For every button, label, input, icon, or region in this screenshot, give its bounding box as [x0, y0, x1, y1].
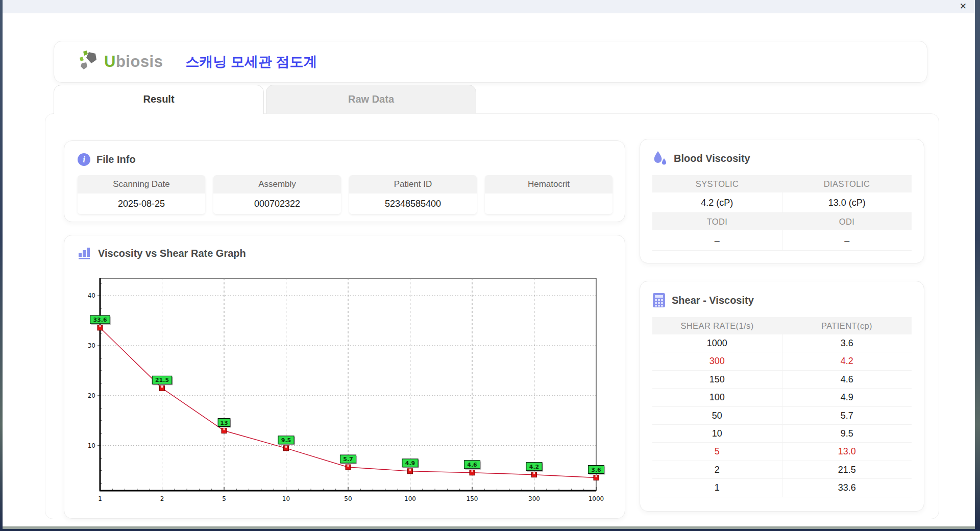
svg-text:20: 20 [88, 392, 95, 399]
table-row: 300 4.2 [652, 352, 912, 370]
viscosity-graph-card: Viscosity vs Shear Rate Graph 1020304012… [64, 235, 625, 519]
bv-header-row: SYSTOLIC DIASTOLIC [652, 175, 912, 192]
logo: Ubiosis [79, 51, 163, 73]
app-window: ✕ Ubiosis 스캐닝 모세관 점도계 Result Raw Data i … [3, 0, 975, 526]
svg-text:13: 13 [220, 420, 228, 426]
shear-viscosity-title-row: Shear - Viscosity [652, 293, 912, 308]
field-value: 000702322 [213, 194, 341, 214]
sv-patient: 4.6 [782, 371, 912, 389]
svg-text:30: 30 [88, 342, 95, 349]
sv-header-row: SHEAR RATE(1/s) PATIENT(cp) [652, 317, 912, 334]
table-row: 2 21.5 [652, 461, 912, 479]
bv-diastolic-value: 13.0 (cP) [782, 192, 912, 213]
tab-raw-data[interactable]: Raw Data [266, 85, 476, 114]
svg-text:10: 10 [282, 495, 290, 502]
file-info-card: i File Info Scanning Date 2025-08-25 Ass… [64, 140, 625, 222]
window-bottom-edge [3, 526, 975, 529]
svg-text:4.9: 4.9 [405, 460, 415, 467]
file-info-title: File Info [96, 154, 136, 165]
bv-todi-value: – [652, 230, 782, 251]
field-label: Assembly [213, 175, 341, 194]
shear-viscosity-title: Shear - Viscosity [672, 295, 754, 306]
field-value: 2025-08-25 [78, 194, 205, 214]
svg-text:10: 10 [88, 442, 95, 449]
field-label: Hematocrit [485, 175, 612, 194]
page-title: 스캐닝 모세관 점도계 [185, 53, 317, 71]
file-info-fields: Scanning Date 2025-08-25 Assembly 000702… [78, 175, 612, 214]
logo-rest: biosis [116, 53, 163, 70]
svg-text:100: 100 [404, 495, 416, 502]
ubiosis-logo-icon [79, 51, 100, 73]
svg-text:4.6: 4.6 [467, 462, 477, 468]
bv-value-row: 4.2 (cP) 13.0 (cP) [652, 192, 912, 213]
file-info-title-row: i File Info [78, 153, 612, 166]
svg-text:5.7: 5.7 [343, 456, 353, 463]
field-label: Scanning Date [78, 175, 205, 194]
table-row: 150 4.6 [652, 371, 912, 389]
sv-rate: 50 [652, 407, 782, 425]
svg-text:50: 50 [344, 495, 352, 502]
graph-title-row: Viscosity vs Shear Rate Graph [78, 247, 625, 260]
shear-viscosity-table: SHEAR RATE(1/s) PATIENT(cp) 1000 3.6 300… [652, 317, 912, 497]
sv-rate: 1 [652, 479, 782, 497]
bv-header-row-2: TODI ODI [652, 213, 912, 230]
svg-text:4.2: 4.2 [529, 464, 540, 470]
sv-patient: 21.5 [782, 461, 912, 479]
tab-result[interactable]: Result [54, 85, 264, 114]
blood-viscosity-title-row: Blood Viscosity [652, 151, 912, 166]
svg-text:21.5: 21.5 [155, 377, 169, 383]
table-row: 10 9.5 [652, 425, 912, 443]
sv-patient: 9.5 [782, 425, 912, 443]
blood-viscosity-table: SYSTOLIC DIASTOLIC 4.2 (cP) 13.0 (cP) TO… [652, 175, 912, 251]
svg-text:3.6: 3.6 [591, 467, 601, 473]
calculator-icon [652, 293, 666, 308]
shear-viscosity-card: Shear - Viscosity SHEAR RATE(1/s) PATIEN… [640, 281, 924, 512]
sv-col-shear-rate: SHEAR RATE(1/s) [652, 317, 782, 334]
bv-header-diastolic: DIASTOLIC [782, 175, 912, 192]
sv-patient: 3.6 [782, 334, 912, 352]
field-assembly: Assembly 000702322 [213, 175, 341, 214]
droplets-icon [652, 151, 668, 166]
svg-text:300: 300 [528, 495, 540, 502]
sv-rate: 100 [652, 389, 782, 406]
svg-text:150: 150 [467, 495, 478, 502]
logo-letter-u: U [104, 53, 116, 70]
logo-text: Ubiosis [104, 53, 163, 71]
sv-rate: 1000 [652, 334, 782, 352]
table-row: 1 33.6 [652, 479, 912, 497]
sv-rate: 2 [652, 461, 782, 479]
bv-odi-value: – [782, 230, 912, 251]
field-value: 52348585400 [349, 194, 477, 214]
sv-patient: 4.2 [782, 352, 912, 370]
svg-text:5: 5 [222, 495, 226, 502]
field-hematocrit: Hematocrit [485, 175, 612, 214]
sv-patient: 33.6 [782, 479, 912, 497]
svg-text:1: 1 [98, 495, 102, 502]
sv-rate: 10 [652, 425, 782, 443]
sv-col-patient: PATIENT(cp) [782, 317, 912, 334]
blood-viscosity-card: Blood Viscosity SYSTOLIC DIASTOLIC 4.2 (… [640, 139, 924, 263]
sv-rate: 300 [652, 352, 782, 370]
sv-rate: 5 [652, 443, 782, 461]
svg-text:33.6: 33.6 [93, 317, 107, 323]
field-value [485, 194, 612, 214]
table-row: 50 5.7 [652, 407, 912, 425]
svg-text:40: 40 [88, 292, 95, 299]
bar-chart-icon [78, 247, 92, 260]
svg-text:1000: 1000 [589, 495, 604, 502]
bv-header-odi: ODI [782, 213, 912, 230]
svg-text:2: 2 [160, 495, 164, 502]
bv-header-systolic: SYSTOLIC [652, 175, 782, 192]
table-row: 1000 3.6 [652, 334, 912, 352]
bv-value-row-2: – – [652, 230, 912, 251]
close-icon[interactable]: ✕ [960, 1, 967, 12]
table-row: 5 13.0 [652, 443, 912, 461]
sv-patient: 4.9 [782, 389, 912, 406]
sv-rate: 150 [652, 371, 782, 389]
title-bar: ✕ [3, 0, 975, 13]
blood-viscosity-title: Blood Viscosity [674, 153, 750, 164]
sv-patient: 13.0 [782, 443, 912, 461]
field-patient-id: Patient ID 52348585400 [349, 175, 477, 214]
table-row: 100 4.9 [652, 389, 912, 406]
graph-title: Viscosity vs Shear Rate Graph [98, 248, 246, 259]
